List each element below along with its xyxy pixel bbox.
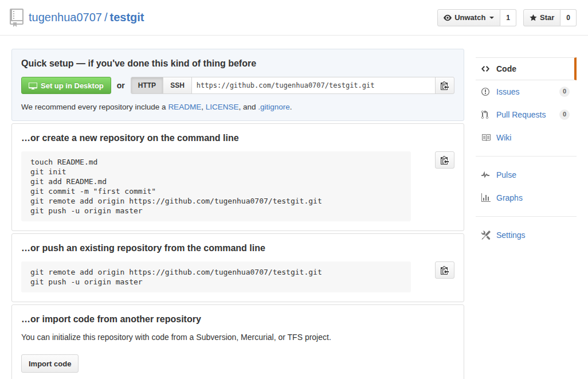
clone-url-group: HTTP SSH (131, 77, 454, 94)
git-pull-request-icon (481, 110, 496, 119)
gitignore-link[interactable]: .gitignore (258, 103, 290, 111)
clippy-icon (441, 265, 449, 275)
sidebar-item-graphs[interactable]: Graphs (476, 186, 577, 209)
quick-setup-panel: Quick setup — if you've done this kind o… (11, 49, 464, 121)
tools-icon (481, 230, 496, 240)
code-line: git push -u origin master (30, 206, 402, 216)
clippy-icon (441, 81, 449, 90)
watch-count[interactable]: 1 (500, 9, 516, 26)
unwatch-label: Unwatch (454, 13, 485, 22)
import-code-button[interactable]: Import code (21, 354, 79, 373)
desktop-icon (29, 81, 37, 90)
import-heading: …or import code from another repository (21, 314, 454, 325)
sidebar-item-pulse[interactable]: Pulse (476, 163, 577, 186)
unwatch-button[interactable]: Unwatch (437, 9, 500, 26)
push-repo-code-block: git remote add origin https://github.com… (21, 261, 411, 292)
copy-url-button[interactable] (435, 77, 454, 94)
sidebar-label: Wiki (496, 133, 511, 142)
ssh-protocol-button[interactable]: SSH (163, 77, 192, 94)
code-line: git init (30, 167, 402, 177)
copy-push-commands-button[interactable] (435, 261, 454, 279)
sidebar-label: Pull Requests (496, 110, 546, 119)
recommend-sep2: , and (238, 103, 258, 111)
setup-in-desktop-label: Set up in Desktop (41, 81, 104, 90)
repo-owner-link[interactable]: tugenhua0707 (29, 11, 102, 24)
code-line: git add README.md (30, 177, 402, 186)
code-icon (481, 64, 496, 73)
code-line: git remote add origin https://github.com… (30, 196, 402, 206)
star-label: Star (540, 13, 554, 22)
sidebar-separator (476, 216, 577, 217)
pulse-icon (481, 170, 496, 179)
sidebar-label: Settings (496, 230, 526, 240)
repo-icon (10, 9, 23, 27)
breadcrumb: tugenhua0707/testgit (29, 11, 144, 24)
book-icon (481, 133, 496, 142)
repo-header: tugenhua0707/testgit Unwatch 1 Star 0 (0, 0, 588, 36)
issue-opened-icon (481, 87, 496, 96)
sidebar-item-issues[interactable]: Issues 0 (476, 80, 577, 103)
readme-link[interactable]: README (168, 103, 201, 111)
sidebar-label: Issues (496, 87, 519, 96)
copy-create-commands-button[interactable] (435, 151, 454, 169)
sidebar-item-wiki[interactable]: Wiki (476, 126, 577, 149)
sidebar-label: Code (496, 64, 516, 73)
sidebar-separator (476, 156, 577, 157)
create-repo-heading: …or create a new repository on the comma… (21, 133, 454, 143)
recommend-text: We recommend every repository include a … (21, 103, 454, 111)
sidebar-item-pull-requests[interactable]: Pull Requests 0 (476, 103, 577, 126)
code-line: touch README.md (30, 157, 402, 167)
code-line: git commit -m "first commit" (30, 186, 402, 196)
star-count[interactable]: 0 (560, 9, 577, 26)
recommend-sep1: , (201, 103, 206, 111)
eye-icon (444, 14, 452, 22)
sidebar-item-settings[interactable]: Settings (476, 224, 577, 247)
clone-url-input[interactable] (191, 77, 436, 94)
star-button[interactable]: Star (523, 9, 560, 26)
recommend-suffix: . (290, 103, 292, 111)
license-link[interactable]: LICENSE (206, 103, 239, 111)
breadcrumb-separator: / (104, 11, 108, 24)
star-button-group: Star 0 (523, 9, 577, 26)
sidebar-label: Graphs (496, 193, 523, 202)
import-description: You can initialize this repository with … (21, 333, 454, 342)
setup-in-desktop-button[interactable]: Set up in Desktop (21, 77, 111, 94)
clippy-icon (441, 155, 449, 165)
watch-button-group: Unwatch 1 (437, 9, 516, 26)
code-line: git push -u origin master (30, 277, 402, 287)
sidebar-label: Pulse (496, 170, 516, 179)
http-protocol-button[interactable]: HTTP (131, 77, 163, 94)
recommend-prefix: We recommend every repository include a (21, 103, 168, 111)
create-repo-code-block: touch README.md git init git add README.… (21, 151, 411, 221)
or-label: or (117, 81, 125, 90)
code-line: git remote add origin https://github.com… (30, 267, 402, 277)
quick-setup-heading: Quick setup — if you've done this kind o… (21, 58, 454, 69)
graph-icon (481, 193, 496, 202)
create-repo-panel: …or create a new repository on the comma… (11, 123, 464, 231)
import-panel: …or import code from another repository … (11, 304, 464, 379)
star-icon (530, 14, 537, 22)
push-repo-panel: …or push an existing repository from the… (11, 233, 464, 302)
sidebar-item-code[interactable]: Code (476, 57, 577, 80)
pull-requests-count-badge: 0 (559, 110, 570, 119)
push-repo-heading: …or push an existing repository from the… (21, 243, 454, 253)
chevron-down-icon (489, 17, 494, 19)
repo-sidebar: Code Issues 0 Pull Requests 0 Wiki Pulse… (476, 49, 577, 379)
repo-name-link[interactable]: testgit (109, 11, 144, 24)
issues-count-badge: 0 (559, 87, 570, 96)
